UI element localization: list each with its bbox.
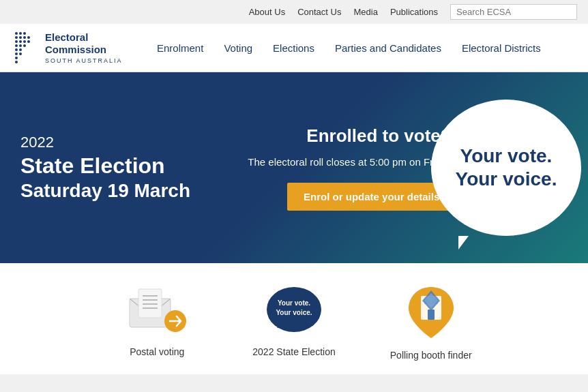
election-title: State Election: [20, 154, 190, 178]
logo: Electoral Commission SOUTH AUSTRALIA: [14, 31, 143, 65]
about-us-link[interactable]: About Us: [249, 7, 285, 17]
contact-us-link[interactable]: Contact Us: [297, 7, 341, 17]
polling-booth-label: Polling booth finder: [390, 350, 472, 361]
svg-point-16: [15, 52, 18, 55]
svg-rect-35: [428, 310, 435, 320]
logo-text: Electoral Commission SOUTH AUSTRALIA: [45, 31, 123, 65]
state-election-icon: Your vote. Your voice.: [263, 284, 325, 338]
svg-point-2: [23, 32, 26, 35]
postal-voting-label: Postal voting: [130, 346, 184, 357]
speech-bubble-area: Your vote. Your voice.: [431, 100, 588, 236]
postal-voting-item[interactable]: Postal voting: [116, 284, 198, 357]
svg-point-18: [15, 57, 18, 59]
nav-enrolment[interactable]: Enrolment: [157, 42, 203, 54]
polling-booth-item[interactable]: Polling booth finder: [390, 284, 472, 361]
publications-link[interactable]: Publications: [390, 7, 438, 17]
nav-elections[interactable]: Elections: [273, 42, 314, 54]
media-link[interactable]: Media: [353, 7, 377, 17]
svg-point-14: [15, 48, 18, 51]
svg-text:Your voice.: Your voice.: [276, 309, 312, 316]
search-input[interactable]: [450, 4, 577, 20]
svg-point-10: [27, 40, 30, 43]
election-year: 2022: [20, 134, 190, 151]
svg-point-7: [15, 40, 18, 43]
state-election-item[interactable]: Your vote. Your voice. 2022 State Electi…: [252, 284, 335, 357]
svg-point-3: [15, 36, 18, 39]
svg-point-19: [15, 61, 18, 63]
top-bar: About Us Contact Us Media Publications: [0, 0, 588, 24]
icons-section: Postal voting Your vote. Your voice. 202…: [0, 263, 588, 374]
svg-point-9: [23, 40, 26, 43]
logo-icon: [14, 31, 40, 65]
nav-parties-candidates[interactable]: Parties and Candidates: [335, 42, 441, 54]
svg-point-6: [27, 36, 30, 39]
svg-point-4: [19, 36, 22, 39]
hero-banner: 2022 State Election Saturday 19 March En…: [0, 72, 588, 263]
state-election-label: 2022 State Election: [252, 346, 335, 357]
svg-point-8: [19, 40, 22, 43]
speech-bubble-text: Your vote. Your voice.: [449, 138, 564, 197]
svg-point-5: [23, 36, 26, 39]
svg-point-13: [23, 44, 26, 47]
nav-electoral-districts[interactable]: Electoral Districts: [462, 42, 541, 54]
svg-point-17: [19, 52, 22, 55]
polling-booth-icon: [400, 284, 462, 342]
svg-rect-23: [138, 289, 162, 318]
svg-point-12: [19, 44, 22, 47]
election-date: Saturday 19 March: [20, 180, 190, 202]
speech-bubble: Your vote. Your voice.: [431, 100, 581, 236]
svg-point-0: [15, 32, 18, 35]
header: Electoral Commission SOUTH AUSTRALIA Enr…: [0, 24, 588, 72]
hero-left: 2022 State Election Saturday 19 March: [20, 134, 190, 201]
svg-text:Your vote.: Your vote.: [278, 299, 310, 307]
svg-point-11: [15, 44, 18, 47]
postal-voting-icon: [126, 284, 188, 338]
nav-voting[interactable]: Voting: [224, 42, 252, 54]
main-nav: Enrolment Voting Elections Parties and C…: [157, 42, 541, 54]
svg-point-15: [19, 48, 22, 51]
svg-point-1: [19, 32, 22, 35]
